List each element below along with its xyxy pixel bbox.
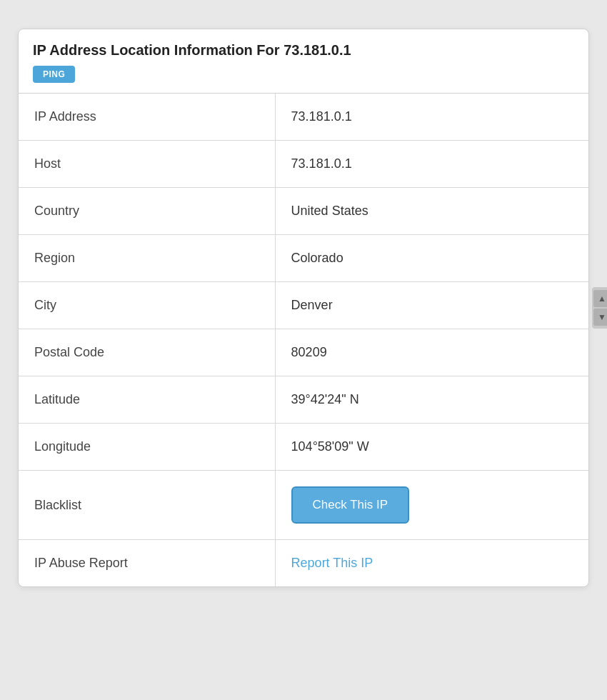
row-label: IP Address [19, 94, 275, 141]
row-label: Region [19, 235, 275, 282]
table-row: CityDenver [19, 282, 588, 329]
row-label: City [19, 282, 275, 329]
table-row: Longitude104°58'09" W [19, 424, 588, 471]
table-row: BlacklistCheck This IP [19, 471, 588, 540]
row-value: 73.181.0.1 [275, 94, 588, 141]
table-row: Latitude39°42'24" N [19, 376, 588, 424]
info-table: IP Address73.181.0.1Host73.181.0.1Countr… [19, 94, 588, 586]
row-label: Host [19, 141, 275, 188]
scrollbar-widget: ▲ ▼ [592, 287, 607, 329]
row-value: United States [275, 188, 588, 235]
card-header: IP Address Location Information For 73.1… [19, 29, 588, 94]
page-wrapper: IP Address Location Information For 73.1… [18, 29, 589, 587]
table-row: Postal Code80209 [19, 329, 588, 376]
row-value: 73.181.0.1 [275, 141, 588, 188]
row-value: 39°42'24" N [275, 376, 588, 424]
row-value: Report This IP [275, 540, 588, 587]
table-row: CountryUnited States [19, 188, 588, 235]
row-label: IP Abuse Report [19, 540, 275, 587]
row-label: Country [19, 188, 275, 235]
row-value: 104°58'09" W [275, 424, 588, 471]
info-card: IP Address Location Information For 73.1… [18, 29, 589, 587]
scroll-down-arrow[interactable]: ▼ [593, 309, 607, 326]
row-value: 80209 [275, 329, 588, 376]
table-row: Host73.181.0.1 [19, 141, 588, 188]
row-label: Blacklist [19, 471, 275, 540]
row-value: Check This IP [275, 471, 588, 540]
row-label: Latitude [19, 376, 275, 424]
row-label: Postal Code [19, 329, 275, 376]
row-value: Colorado [275, 235, 588, 282]
table-row: IP Abuse ReportReport This IP [19, 540, 588, 587]
check-ip-button[interactable]: Check This IP [291, 486, 410, 524]
report-ip-link[interactable]: Report This IP [291, 556, 373, 570]
row-value: Denver [275, 282, 588, 329]
ping-button[interactable]: PING [33, 66, 75, 83]
row-label: Longitude [19, 424, 275, 471]
scroll-up-arrow[interactable]: ▲ [593, 290, 607, 307]
table-row: RegionColorado [19, 235, 588, 282]
card-title: IP Address Location Information For 73.1… [33, 42, 574, 59]
table-row: IP Address73.181.0.1 [19, 94, 588, 141]
